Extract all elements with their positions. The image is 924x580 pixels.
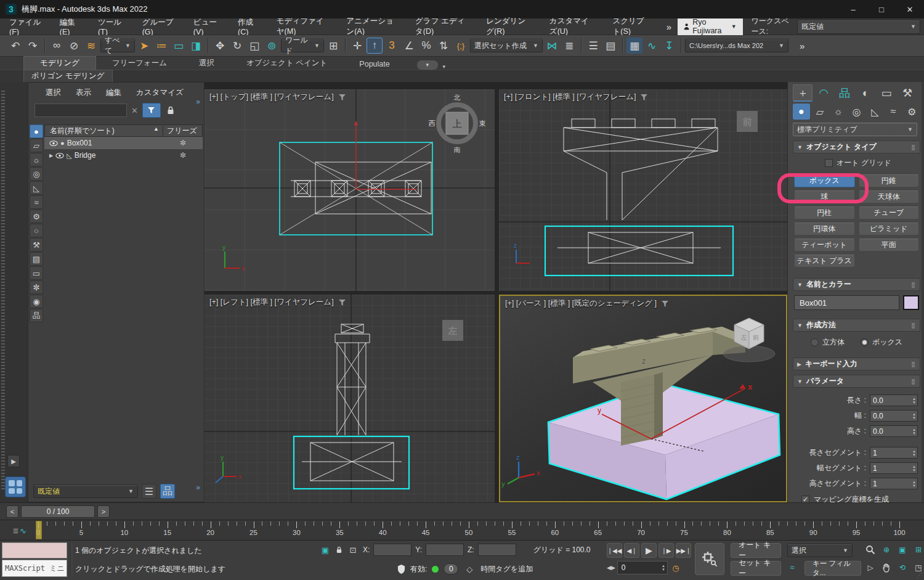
category-lights-icon[interactable]: ☼	[830, 104, 847, 120]
menu-tools[interactable]: ツール(T)	[89, 18, 133, 35]
explorer-overflow-chevron[interactable]: »	[196, 97, 200, 106]
display-lights-toggle-icon[interactable]: ☼	[30, 153, 43, 166]
clear-search-icon[interactable]: ✕	[129, 106, 140, 115]
undo-icon[interactable]: ↶	[7, 38, 23, 54]
menu-group[interactable]: グループ(G)	[133, 18, 184, 35]
funnel-icon[interactable]	[339, 300, 346, 306]
select-and-move-icon[interactable]: ✥	[212, 38, 228, 54]
maximize-button[interactable]: □	[867, 0, 896, 18]
torus-button[interactable]: 円環体	[794, 223, 855, 235]
redo-icon[interactable]: ↷	[25, 38, 41, 54]
project-folder-field[interactable]: C:\Users\ry...ds Max 202 ▼	[685, 39, 788, 52]
ribbon-minimize-caret[interactable]: ▼	[442, 64, 447, 70]
menu-scripting[interactable]: スクリプト(S)	[603, 18, 660, 35]
height-spinner[interactable]: 0.0▲▼	[870, 425, 918, 437]
viewport-persp-label[interactable]: [+] [パース ] [標準 ] [既定のシェーディング ]	[505, 298, 657, 309]
maxscript-mini-listener[interactable]: MAXScript ミニ	[2, 560, 67, 577]
freeze-column-header[interactable]: フリーズ	[163, 126, 202, 136]
length-spinner[interactable]: 0.0▲▼	[870, 394, 918, 406]
use-pivot-point-icon[interactable]: ⊞	[325, 38, 341, 54]
ribbon-tab-object-paint[interactable]: オブジェクト ペイント	[230, 57, 343, 70]
explorer-menu-customize[interactable]: カスタマイズ	[130, 86, 190, 99]
window-crossing-icon[interactable]: ◨	[188, 38, 204, 54]
display-groups-toggle-icon[interactable]: ⚙	[30, 210, 43, 223]
select-and-scale-icon[interactable]: ◱	[246, 38, 262, 54]
explorer-search-input[interactable]	[34, 104, 127, 117]
set-keys-button[interactable]	[695, 543, 724, 575]
angle-snap-toggle-icon[interactable]: ∠	[401, 38, 417, 54]
height-segs-spinner[interactable]: 1▲▼	[870, 478, 918, 489]
absolute-mode-icon[interactable]: ⊡	[347, 544, 359, 556]
funnel-icon[interactable]	[662, 301, 668, 307]
ribbon-minimize-button[interactable]: ▼	[417, 60, 438, 70]
spinner-snap-toggle-icon[interactable]: ⇅	[436, 38, 452, 54]
rollout-name-color-header[interactable]: ▼名前とカラー ⣿	[793, 278, 920, 291]
select-by-name-icon[interactable]: ≔	[153, 38, 169, 54]
selection-lock-icon[interactable]	[335, 545, 343, 554]
select-and-rotate-icon[interactable]: ↻	[229, 38, 245, 54]
go-to-end-button[interactable]: ▶▶❘	[676, 543, 691, 558]
next-frame-button[interactable]: >	[97, 505, 110, 518]
curve-editor-icon[interactable]: ∿	[644, 38, 660, 54]
display-cameras-toggle-icon[interactable]: ◎	[30, 167, 43, 181]
display-materials-toggle-icon[interactable]: ▭	[30, 266, 43, 280]
current-frame-marker[interactable]	[36, 521, 42, 539]
display-containers-toggle-icon[interactable]: ▤	[30, 252, 43, 266]
expand-arrow-icon[interactable]: ▶	[49, 153, 53, 158]
menu-file[interactable]: ファイル(F)	[0, 18, 51, 35]
explorer-menu-edit[interactable]: 編集	[100, 86, 128, 99]
menu-customize[interactable]: カスタマイズ(U)	[540, 18, 604, 35]
menu-rendering[interactable]: レンダリング(R)	[477, 18, 540, 35]
display-shapes-toggle-icon[interactable]: ▱	[30, 139, 43, 152]
cone-button[interactable]: 円錐	[859, 174, 920, 187]
align-icon[interactable]: ≣	[561, 38, 577, 54]
display-geometry-toggle-icon[interactable]: ●	[30, 125, 43, 138]
explorer-menu-display[interactable]: 表示	[70, 86, 97, 99]
percent-snap-toggle-icon[interactable]: %	[418, 38, 434, 54]
display-children-toggle-icon[interactable]: 品	[30, 309, 43, 322]
eye-icon[interactable]	[55, 153, 64, 158]
next-key-button[interactable]: ❘▶	[659, 543, 674, 558]
explorer-menu-select[interactable]: 選択	[39, 86, 67, 99]
signin-user-menu[interactable]: Ryo Fujiwara ▼	[678, 18, 743, 35]
select-and-link-icon[interactable]: ∞	[49, 38, 65, 54]
menu-graph-editors[interactable]: グラフ エディタ(D)	[406, 18, 477, 35]
menu-animation[interactable]: アニメーション(A)	[337, 18, 406, 35]
viewport-layout-tabs-icon[interactable]	[5, 476, 26, 497]
frame-stepper-icon[interactable]: ◀▶	[607, 565, 615, 571]
explorer-preset-dropdown[interactable]: 既定値 ▼	[33, 484, 138, 498]
display-spacewarps-toggle-icon[interactable]: ≈	[30, 195, 43, 209]
snaps-toggle-3d-icon[interactable]: 3	[384, 38, 400, 54]
display-bones-toggle-icon[interactable]: ⚒	[30, 238, 43, 251]
previous-frame-button[interactable]: <	[6, 505, 18, 518]
cube-radio[interactable]: 立方体	[811, 337, 845, 348]
viewport-perspective[interactable]: [+] [パース ] [標準 ] [既定のシェーディング ]	[499, 295, 787, 502]
zoom-extents-all-icon[interactable]: ⊞	[912, 543, 924, 557]
set-key-button[interactable]: セット キー	[731, 561, 781, 576]
add-time-tag[interactable]: 時間タグを追加	[480, 564, 533, 574]
viewport-front[interactable]: [+] [フロント] [標準 ] [ワイヤフレーム]	[499, 89, 787, 291]
menu-create[interactable]: 作成(C)	[229, 18, 267, 35]
rollout-creation-method-header[interactable]: ▼作成方法 ⣿	[793, 319, 920, 332]
rollout-parameters-header[interactable]: ▼パラメータ ⣿	[793, 375, 920, 388]
primitive-category-dropdown[interactable]: 標準プリミティブ ▼	[793, 123, 917, 136]
autogrid-checkbox[interactable]	[825, 159, 833, 167]
object-color-swatch[interactable]	[903, 295, 919, 310]
explorer-filter-button[interactable]	[142, 103, 161, 118]
category-spacewarps-icon[interactable]: ≈	[885, 104, 902, 120]
maxscript-macro-recorder[interactable]	[2, 542, 67, 558]
pan-hand-icon[interactable]	[880, 561, 893, 574]
z-coordinate-field[interactable]	[478, 544, 516, 556]
orbit-icon[interactable]: ⟲	[896, 561, 909, 574]
eye-icon[interactable]	[49, 141, 58, 146]
ribbon-tab-modeling[interactable]: モデリング	[23, 56, 96, 70]
time-configuration-icon[interactable]: ◷	[670, 562, 682, 574]
ribbon-tab-selection[interactable]: 選択	[183, 57, 230, 70]
named-selection-sets-dropdown[interactable]: 選択セット作成 ▼	[470, 39, 543, 52]
minimize-button[interactable]: –	[839, 0, 867, 18]
tab-modify-icon[interactable]: ◠	[814, 84, 833, 102]
workspace-dropdown[interactable]: 既定値 ▼	[797, 20, 920, 34]
menu-edit[interactable]: 編集(E)	[51, 18, 89, 35]
tab-motion-icon[interactable]: ◐	[856, 84, 875, 102]
ribbon-toggle-icon[interactable]: ▦	[626, 38, 642, 54]
